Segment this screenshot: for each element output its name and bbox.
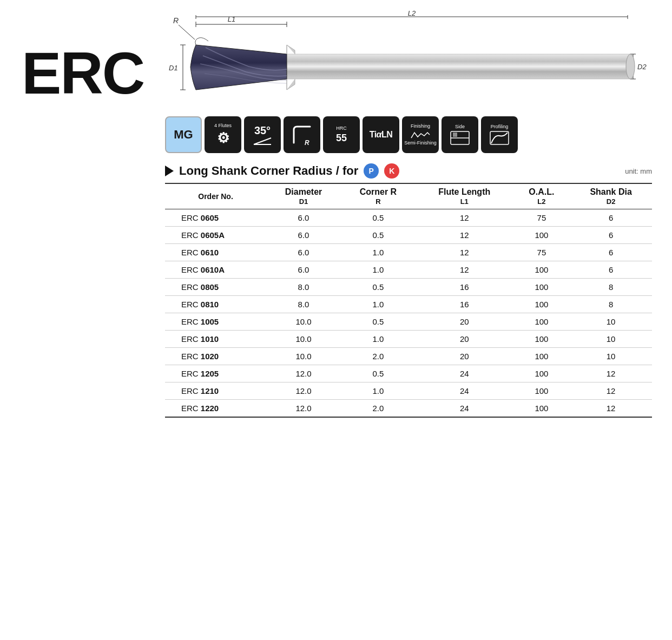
svg-rect-29 bbox=[453, 133, 457, 137]
cell-l2: 100 bbox=[513, 227, 570, 244]
cell-r: 1.0 bbox=[341, 331, 416, 348]
cell-l2: 100 bbox=[513, 296, 570, 313]
cell-d2: 12 bbox=[570, 400, 652, 418]
cell-l2: 100 bbox=[513, 261, 570, 279]
cell-l1: 12 bbox=[416, 227, 513, 244]
section-title-text: Long Shank Corner Radius / for bbox=[179, 164, 358, 178]
cell-order-prefix: ERC bbox=[181, 213, 201, 222]
badge-finishing-icon bbox=[410, 130, 431, 140]
table-row: ERC 0610 6.0 1.0 12 75 6 bbox=[165, 244, 652, 261]
col-l2-label: O.A.L. bbox=[529, 187, 554, 196]
cell-d1: 10.0 bbox=[266, 348, 341, 365]
col-header-order: Order No. bbox=[165, 183, 266, 209]
svg-line-24 bbox=[254, 138, 271, 144]
badge-flutes-icon: ⚙ bbox=[217, 130, 229, 147]
cell-d2: 10 bbox=[570, 348, 652, 365]
badge-profiling-top: Profiling bbox=[491, 124, 509, 130]
cell-r: 0.5 bbox=[341, 209, 416, 227]
table-row: ERC 1020 10.0 2.0 20 100 10 bbox=[165, 348, 652, 365]
cell-d2: 10 bbox=[570, 313, 652, 331]
cell-order-no: ERC 0610A bbox=[165, 261, 266, 279]
cell-d2: 6 bbox=[570, 227, 652, 244]
cell-order-no: ERC 1020 bbox=[165, 348, 266, 365]
cell-order-prefix: ERC bbox=[181, 317, 201, 326]
badge-side-icon bbox=[450, 130, 470, 146]
badge-mg-label: MG bbox=[174, 128, 193, 142]
col-header-l2: O.A.L. L2 bbox=[513, 183, 570, 209]
table-row: ERC 0810 8.0 1.0 16 100 8 bbox=[165, 296, 652, 313]
table-row: ERC 1210 12.0 1.0 24 100 12 bbox=[165, 382, 652, 400]
cell-order-num: 0610A bbox=[201, 265, 225, 274]
cell-l2: 100 bbox=[513, 382, 570, 400]
cell-d1: 8.0 bbox=[266, 296, 341, 313]
badge-finishing: Finishing Semi-Finishing bbox=[402, 116, 439, 153]
cell-order-no: ERC 0605A bbox=[165, 227, 266, 244]
cell-order-prefix: ERC bbox=[181, 265, 201, 274]
cell-l2: 100 bbox=[513, 400, 570, 418]
cell-order-no: ERC 1005 bbox=[165, 313, 266, 331]
svg-text:D2: D2 bbox=[637, 63, 647, 71]
cell-l2: 100 bbox=[513, 331, 570, 348]
svg-line-1 bbox=[179, 25, 195, 39]
cell-order-prefix: ERC bbox=[181, 334, 201, 344]
cell-order-prefix: ERC bbox=[181, 404, 201, 413]
col-d2-sub: D2 bbox=[607, 197, 616, 206]
cell-order-num: 0605A bbox=[201, 230, 225, 240]
badge-hrc: HRC 55 bbox=[323, 116, 360, 153]
product-table: Order No. Diameter D1 Corner R R Flute L… bbox=[165, 183, 652, 418]
cell-order-num: 0605 bbox=[201, 213, 219, 222]
badge-side-top: Side bbox=[455, 124, 465, 130]
cell-order-prefix: ERC bbox=[181, 282, 201, 292]
cell-d1: 12.0 bbox=[266, 400, 341, 418]
cell-d2: 6 bbox=[570, 261, 652, 279]
badge-tialn-label: TiαLN bbox=[370, 129, 393, 140]
badge-profiling: Profiling bbox=[481, 116, 518, 153]
cell-order-num: 1020 bbox=[201, 352, 219, 361]
svg-rect-18 bbox=[287, 54, 630, 79]
cell-l1: 24 bbox=[416, 382, 513, 400]
badge-angle-label: 35° bbox=[254, 124, 271, 137]
badge-side: Side bbox=[442, 116, 478, 153]
cell-l2: 100 bbox=[513, 348, 570, 365]
cell-l1: 20 bbox=[416, 348, 513, 365]
col-r-label: Corner R bbox=[360, 187, 397, 196]
svg-text:R: R bbox=[305, 139, 309, 147]
cell-l1: 16 bbox=[416, 279, 513, 296]
cell-d1: 12.0 bbox=[266, 365, 341, 382]
table-row: ERC 0605A 6.0 0.5 12 100 6 bbox=[165, 227, 652, 244]
cell-order-num: 1005 bbox=[201, 317, 219, 326]
cell-l1: 20 bbox=[416, 313, 513, 331]
svg-rect-30 bbox=[490, 131, 509, 144]
cell-r: 0.5 bbox=[341, 313, 416, 331]
cell-order-prefix: ERC bbox=[181, 300, 201, 309]
col-r-sub: R bbox=[375, 197, 380, 206]
table-row: ERC 0610A 6.0 1.0 12 100 6 bbox=[165, 261, 652, 279]
col-l1-sub: L1 bbox=[460, 197, 469, 206]
table-row: ERC 0805 8.0 0.5 16 100 8 bbox=[165, 279, 652, 296]
cell-d1: 6.0 bbox=[266, 244, 341, 261]
col-l2-sub: L2 bbox=[537, 197, 545, 206]
cell-d2: 8 bbox=[570, 279, 652, 296]
col-header-r: Corner R R bbox=[341, 183, 416, 209]
cell-d1: 10.0 bbox=[266, 313, 341, 331]
svg-text:D1: D1 bbox=[169, 64, 178, 72]
svg-text:L2: L2 bbox=[408, 10, 416, 17]
table-section: Long Shank Corner Radius / for P K unit:… bbox=[165, 163, 652, 418]
col-d2-label: Shank Dia bbox=[590, 187, 631, 196]
svg-text:R: R bbox=[173, 16, 179, 25]
product-title: ERC bbox=[22, 43, 144, 103]
cell-l1: 12 bbox=[416, 244, 513, 261]
cell-r: 1.0 bbox=[341, 244, 416, 261]
cell-order-no: ERC 1205 bbox=[165, 365, 266, 382]
material-k-badge: K bbox=[384, 163, 399, 179]
table-row: ERC 1205 12.0 0.5 24 100 12 bbox=[165, 365, 652, 382]
badge-finishing-sub: Semi-Finishing bbox=[404, 140, 437, 146]
badge-corner-r: R bbox=[284, 116, 320, 153]
col-d1-sub: D1 bbox=[299, 197, 308, 206]
badge-angle: 35° bbox=[244, 116, 281, 153]
cell-order-num: 0610 bbox=[201, 248, 219, 257]
col-header-d1: Diameter D1 bbox=[266, 183, 341, 209]
cell-d1: 10.0 bbox=[266, 331, 341, 348]
cell-l1: 12 bbox=[416, 209, 513, 227]
section-title: Long Shank Corner Radius / for bbox=[179, 164, 358, 178]
